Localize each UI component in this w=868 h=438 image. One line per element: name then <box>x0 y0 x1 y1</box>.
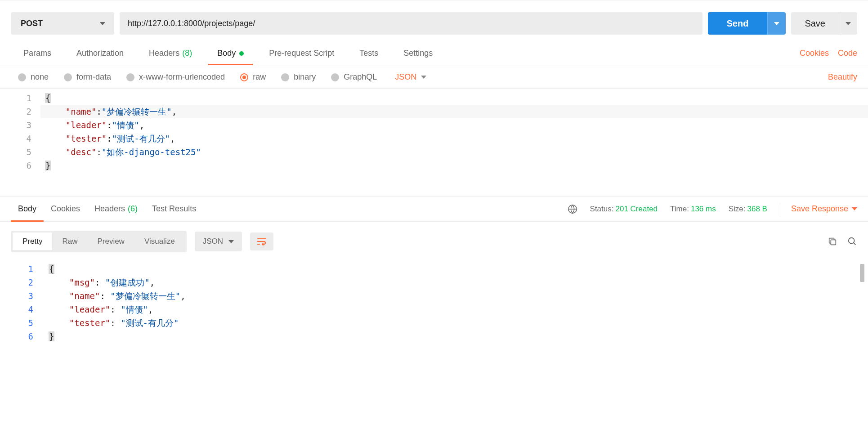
size-value: 368 B <box>747 205 767 213</box>
token-key: "name" <box>66 107 97 116</box>
tab-prerequest[interactable]: Pre-request Script <box>256 42 347 65</box>
response-tab-cookies[interactable]: Cookies <box>44 197 87 221</box>
tab-body-label: Body <box>217 49 236 58</box>
method-dropdown[interactable]: POST <box>11 12 114 35</box>
body-format-dropdown[interactable]: JSON <box>395 72 426 82</box>
token-string: "情债" <box>112 120 139 130</box>
body-type-none[interactable]: none <box>18 72 49 82</box>
svg-point-2 <box>849 238 855 244</box>
tab-params[interactable]: Params <box>11 42 64 65</box>
line-number: 2 <box>0 276 33 289</box>
view-visualize[interactable]: Visualize <box>134 232 185 250</box>
method-label: POST <box>21 19 43 28</box>
chevron-down-icon <box>421 76 426 79</box>
token-key: "msg" <box>69 277 95 287</box>
globe-icon[interactable] <box>568 204 577 214</box>
line-number: 1 <box>0 262 33 276</box>
token-key: "tester" <box>66 134 107 143</box>
token-key: "desc" <box>66 147 97 157</box>
token-key: "leader" <box>66 120 107 130</box>
headers-count: (8) <box>182 49 192 58</box>
tab-body[interactable]: Body <box>205 42 256 65</box>
tabs-right: Cookies Code <box>800 49 857 58</box>
chevron-down-icon <box>852 207 857 210</box>
token-key: "leader" <box>69 304 111 314</box>
token-brace: } <box>49 331 54 341</box>
tab-headers[interactable]: Headers (8) <box>136 42 205 65</box>
body-type-binary[interactable]: binary <box>281 72 316 82</box>
token-key: "name" <box>69 291 100 301</box>
radio-icon <box>281 73 289 81</box>
token-string: "如你-django-test25" <box>102 147 201 157</box>
status-meta: Status:201 Created <box>590 205 658 214</box>
token-string: "测试-有几分" <box>121 318 179 328</box>
wrap-lines-button[interactable] <box>250 232 273 250</box>
body-type-none-label: none <box>31 72 49 82</box>
code-link[interactable]: Code <box>838 49 857 58</box>
view-preview[interactable]: Preview <box>87 232 134 250</box>
response-toolbar: Pretty Raw Preview Visualize JSON <box>0 222 868 259</box>
body-type-raw[interactable]: raw <box>240 72 266 82</box>
request-tabs: Params Authorization Headers (8) Body Pr… <box>0 42 868 65</box>
body-type-raw-label: raw <box>253 72 266 82</box>
body-type-binary-label: binary <box>294 72 316 82</box>
line-number: 5 <box>0 145 31 159</box>
view-raw[interactable]: Raw <box>52 232 87 250</box>
body-type-graphql-label: GraphQL <box>344 72 377 82</box>
svg-rect-1 <box>831 240 836 245</box>
body-active-dot-icon <box>239 51 244 56</box>
line-number: 5 <box>0 316 33 330</box>
line-number: 3 <box>0 118 31 132</box>
line-number: 6 <box>0 330 33 343</box>
response-format-dropdown[interactable]: JSON <box>195 232 242 251</box>
response-tab-headers[interactable]: Headers (6) <box>87 197 145 221</box>
response-format-label: JSON <box>203 237 223 246</box>
token-string: "梦偏冷辗转一生" <box>110 291 180 301</box>
save-response-label: Save Response <box>791 204 848 214</box>
tab-headers-label: Headers <box>149 49 179 58</box>
body-type-formdata-label: form-data <box>76 72 111 82</box>
response-tab-body[interactable]: Body <box>11 197 44 221</box>
save-button[interactable]: Save <box>791 12 839 35</box>
request-body-editor[interactable]: 1 2 3 4 5 6 { "name":"梦偏冷辗转一生", "leader"… <box>0 89 868 197</box>
cookies-link[interactable]: Cookies <box>800 49 829 58</box>
body-type-urlencoded[interactable]: x-www-form-urlencoded <box>126 72 225 82</box>
line-number: 4 <box>0 303 33 316</box>
chevron-down-icon <box>228 240 234 243</box>
response-body-viewer: 1 2 3 4 5 6 { "msg": "创建成功", "name": "梦偏… <box>0 259 868 346</box>
body-type-graphql[interactable]: GraphQL <box>331 72 377 82</box>
token-string: "情债" <box>121 304 148 314</box>
time-value: 136 ms <box>691 205 716 213</box>
view-pretty[interactable]: Pretty <box>13 232 52 250</box>
copy-icon[interactable] <box>828 237 837 246</box>
tab-authorization[interactable]: Authorization <box>64 42 136 65</box>
send-button[interactable]: Send <box>708 12 768 35</box>
search-icon[interactable] <box>847 237 857 246</box>
save-response-button[interactable]: Save Response <box>780 202 857 216</box>
chevron-down-icon <box>846 22 851 25</box>
response-headers-count: (6) <box>128 204 138 214</box>
response-tab-testresults[interactable]: Test Results <box>145 197 203 221</box>
line-number: 4 <box>0 132 31 145</box>
token-string: "梦偏冷辗转一生" <box>102 107 172 116</box>
radio-icon <box>240 73 248 81</box>
scrollbar-thumb[interactable] <box>860 264 864 282</box>
body-type-formdata[interactable]: form-data <box>64 72 111 82</box>
line-number: 6 <box>0 159 31 172</box>
request-bar: POST Send Save <box>0 0 868 42</box>
tab-settings[interactable]: Settings <box>391 42 445 65</box>
body-types-row: none form-data x-www-form-urlencoded raw… <box>0 65 868 89</box>
response-view-tabs: Pretty Raw Preview Visualize <box>11 231 187 252</box>
url-input[interactable] <box>120 12 702 35</box>
token-brace: } <box>45 161 51 170</box>
tab-tests[interactable]: Tests <box>347 42 391 65</box>
editor-lines: { "name":"梦偏冷辗转一生", "leader":"情债", "test… <box>40 89 868 196</box>
body-type-urlencoded-label: x-www-form-urlencoded <box>139 72 225 82</box>
status-value: 201 Created <box>615 205 658 213</box>
beautify-link[interactable]: Beautify <box>828 72 857 82</box>
save-options-button[interactable] <box>839 12 857 35</box>
response-header: Body Cookies Headers (6) Test Results St… <box>0 197 868 222</box>
send-options-button[interactable] <box>767 12 786 35</box>
token-string: "测试-有几分" <box>112 134 170 143</box>
time-meta: Time:136 ms <box>670 205 716 214</box>
